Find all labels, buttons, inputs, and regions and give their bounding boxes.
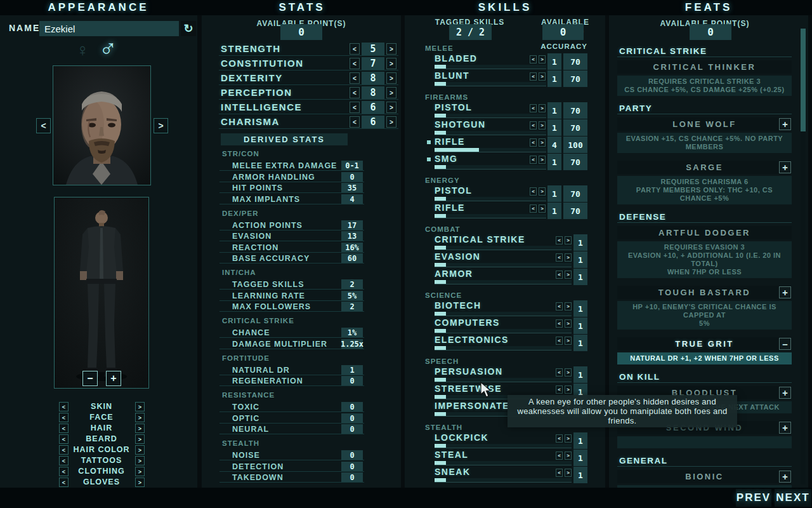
- attribute-increase-button[interactable]: >: [386, 102, 396, 113]
- skill-increase-button[interactable]: >: [565, 385, 572, 394]
- selector-next-button[interactable]: >: [135, 456, 145, 465]
- skill-decrease-button[interactable]: <: [530, 156, 537, 164]
- gender-female-button[interactable]: ♀: [76, 41, 89, 60]
- body-zoom-out-button[interactable]: −: [82, 371, 98, 386]
- selector-next-button[interactable]: >: [135, 424, 145, 433]
- attribute-increase-button[interactable]: >: [386, 116, 396, 128]
- selector-prev-button[interactable]: <: [59, 402, 69, 411]
- skill-decrease-button[interactable]: <: [530, 121, 537, 130]
- selector-next-button[interactable]: >: [135, 434, 145, 444]
- gender-male-button[interactable]: ♂: [99, 34, 117, 62]
- skill-increase-button[interactable]: >: [565, 368, 572, 377]
- feat-add-button[interactable]: +: [779, 387, 791, 399]
- selector-next-button[interactable]: >: [135, 467, 145, 476]
- feat-add-button[interactable]: +: [779, 471, 791, 483]
- feat-section-label: CRITICAL STRIKE: [617, 46, 792, 57]
- derived-stat-value: 0: [341, 424, 363, 434]
- skill-increase-button[interactable]: >: [539, 121, 546, 130]
- skill-decrease-button[interactable]: <: [530, 104, 537, 112]
- attribute-increase-button[interactable]: >: [386, 87, 396, 98]
- skill-increase-button[interactable]: >: [565, 271, 572, 279]
- skill-progress-fill: [435, 346, 446, 350]
- skill-increase-button[interactable]: >: [539, 156, 546, 164]
- skill-decrease-button[interactable]: <: [556, 236, 563, 244]
- prev-button[interactable]: PREV: [736, 489, 771, 507]
- skill-increase-button[interactable]: >: [565, 319, 572, 328]
- attribute-decrease-button[interactable]: <: [350, 102, 360, 113]
- attribute-decrease-button[interactable]: <: [350, 58, 360, 69]
- portrait-prev-button[interactable]: <: [36, 118, 51, 133]
- selector-next-button[interactable]: >: [135, 478, 145, 487]
- attribute-increase-button[interactable]: >: [386, 58, 396, 69]
- skill-increase-button[interactable]: >: [565, 469, 572, 477]
- skill-decrease-button[interactable]: <: [530, 72, 537, 81]
- selector-next-button[interactable]: >: [135, 445, 145, 455]
- derived-stat-value: 4: [341, 194, 363, 204]
- skill-increase-button[interactable]: >: [539, 104, 546, 112]
- derived-stat-row: HIT POINTS35: [202, 183, 401, 194]
- skill-decrease-button[interactable]: <: [530, 187, 537, 196]
- skill-increase-button[interactable]: >: [565, 434, 572, 443]
- skill-increase-button[interactable]: >: [565, 302, 572, 311]
- skill-increase-button[interactable]: >: [565, 253, 572, 262]
- derived-stat-label: TAKEDOWN: [232, 473, 284, 482]
- skill-increase-button[interactable]: >: [539, 72, 546, 81]
- skill-decrease-button[interactable]: <: [556, 368, 563, 377]
- body-zoom-in-button[interactable]: +: [106, 371, 121, 386]
- skill-increase-button[interactable]: >: [565, 337, 572, 345]
- selector-prev-button[interactable]: <: [59, 445, 69, 455]
- selector-prev-button[interactable]: <: [59, 478, 69, 487]
- skill-decrease-button[interactable]: <: [556, 434, 563, 443]
- selector-prev-button[interactable]: <: [59, 434, 69, 444]
- skill-decrease-button[interactable]: <: [556, 271, 563, 279]
- skill-increase-button[interactable]: >: [539, 204, 546, 213]
- feat-add-button[interactable]: +: [779, 118, 791, 130]
- attribute-decrease-button[interactable]: <: [350, 87, 360, 98]
- skill-increase-button[interactable]: >: [539, 187, 546, 196]
- skill-decrease-button[interactable]: <: [556, 385, 563, 394]
- skill-decrease-button[interactable]: <: [556, 451, 563, 460]
- attribute-decrease-button[interactable]: <: [350, 43, 360, 55]
- derived-group: RESISTANCETOXIC0OPTIC0NEURAL0: [202, 391, 401, 435]
- skill-decrease-button[interactable]: <: [530, 55, 537, 64]
- randomize-name-button[interactable]: ↻: [181, 21, 196, 36]
- selector-next-button[interactable]: >: [135, 413, 145, 422]
- feat-remove-button[interactable]: −: [779, 338, 791, 350]
- selector-next-button[interactable]: >: [135, 402, 145, 411]
- attribute-increase-button[interactable]: >: [386, 43, 396, 55]
- attribute-increase-button[interactable]: >: [386, 72, 396, 84]
- feat-add-button[interactable]: +: [779, 422, 791, 434]
- skill-decrease-button[interactable]: <: [530, 204, 537, 213]
- skill-decrease-button[interactable]: <: [556, 337, 563, 345]
- feat-description-line: REQUIRES EVASION 3: [620, 243, 789, 251]
- skill-increase-button[interactable]: >: [565, 236, 572, 244]
- attribute-decrease-button[interactable]: <: [350, 72, 360, 84]
- attribute-decrease-button[interactable]: <: [350, 116, 360, 128]
- skill-decrease-button[interactable]: <: [556, 302, 563, 311]
- skill-decrease-button[interactable]: <: [556, 319, 563, 328]
- selector-prev-button[interactable]: <: [59, 413, 69, 422]
- feats-scrollbar-track[interactable]: [801, 29, 806, 485]
- skill-decrease-button[interactable]: <: [530, 138, 537, 147]
- derived-stat-value: 16%: [341, 243, 363, 253]
- skill-decrease-button[interactable]: <: [556, 469, 563, 477]
- selector-prev-button[interactable]: <: [59, 456, 69, 465]
- derived-stat-label: CHANCE: [232, 328, 270, 337]
- skill-row: ELECTRONICS<>1: [405, 335, 605, 351]
- selector-prev-button[interactable]: <: [59, 424, 69, 433]
- skill-decrease-button[interactable]: <: [556, 253, 563, 262]
- feat-title: LONE WOLF: [672, 119, 737, 129]
- portrait-next-button[interactable]: >: [154, 118, 168, 133]
- skill-value: 1: [573, 300, 587, 317]
- feat-add-button[interactable]: +: [779, 161, 791, 173]
- selector-prev-button[interactable]: <: [59, 467, 69, 476]
- feat-add-button[interactable]: +: [779, 286, 791, 298]
- skill-group-label: SCIENCE: [425, 291, 605, 299]
- skill-value: 1: [573, 269, 587, 285]
- skill-increase-button[interactable]: >: [539, 55, 546, 64]
- next-button[interactable]: NEXT: [775, 489, 811, 507]
- skill-increase-button[interactable]: >: [565, 451, 572, 460]
- skill-increase-button[interactable]: >: [539, 138, 546, 147]
- feats-scrollbar-thumb[interactable]: [801, 29, 806, 131]
- attribute-row: PERCEPTION<8>: [202, 86, 401, 100]
